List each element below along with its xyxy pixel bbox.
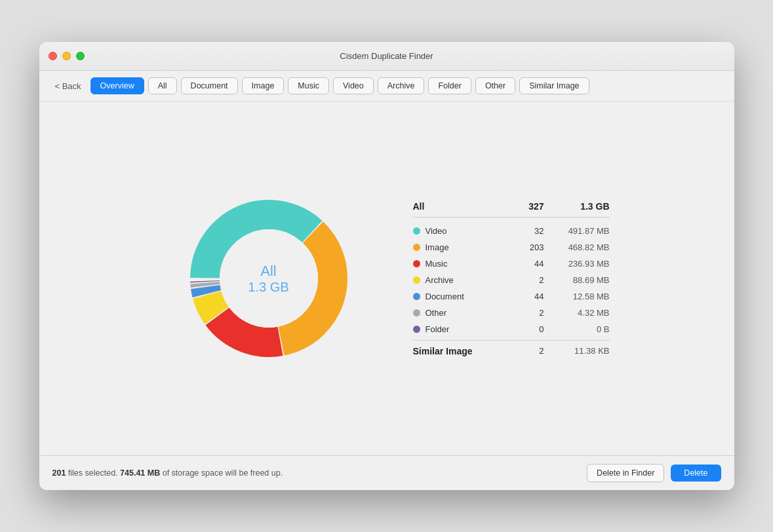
tab-all[interactable]: All	[148, 77, 177, 94]
folder-dot	[413, 326, 420, 333]
tab-document[interactable]: Document	[181, 77, 238, 94]
tab-music[interactable]: Music	[288, 77, 329, 94]
tab-image[interactable]: Image	[242, 77, 285, 94]
tab-other[interactable]: Other	[475, 77, 515, 94]
archive-dot	[413, 276, 420, 284]
video-dot	[413, 227, 420, 235]
legend-label-folder: Folder	[413, 324, 505, 334]
legend-row-archive: Archive 2 88.69 MB	[413, 272, 610, 288]
footer: 201 files selected. 745.41 MB of storage…	[39, 455, 734, 490]
legend-row-image: Image 203 468.82 MB	[413, 239, 610, 256]
chart-center-label: All 1.3 GB	[248, 263, 288, 295]
back-button[interactable]: < Back	[50, 79, 87, 94]
legend-label-other: Other	[413, 308, 505, 318]
legend-label-document: Document	[413, 292, 505, 301]
legend-header: All 327 1.3 GB	[413, 201, 610, 218]
other-dot	[413, 309, 420, 316]
files-count: 201	[52, 468, 66, 478]
tab-folder[interactable]: Folder	[428, 77, 471, 94]
legend-label-archive: Archive	[413, 275, 505, 285]
close-button[interactable]	[49, 52, 57, 60]
donut-chart: All 1.3 GB	[164, 174, 374, 383]
legend-label-image: Image	[413, 242, 505, 252]
titlebar: Cisdem Duplicate Finder	[39, 42, 734, 71]
files-label: files selected.	[68, 468, 118, 478]
tab-similar-image[interactable]: Similar Image	[519, 77, 589, 94]
window-title: Cisdem Duplicate Finder	[340, 51, 433, 61]
chart-center-title: All	[248, 263, 288, 280]
tab-video[interactable]: Video	[333, 77, 374, 94]
legend-row-folder: Folder 0 0 B	[413, 321, 610, 337]
image-dot	[413, 244, 420, 251]
main-content: All 1.3 GB All 327 1.3 GB Video 32 491.8…	[39, 102, 734, 455]
footer-actions: Delete in Finder Delete	[587, 464, 721, 482]
legend-label-video: Video	[413, 226, 505, 236]
maximize-button[interactable]	[76, 52, 85, 60]
legend-row-document: Document 44 12.58 MB	[413, 288, 610, 305]
app-window: Cisdem Duplicate Finder < Back Overview …	[39, 42, 734, 490]
storage-amount: 745.41 MB	[120, 468, 160, 478]
legend-row-other: Other 2 4.32 MB	[413, 305, 610, 321]
tab-archive[interactable]: Archive	[378, 77, 425, 94]
delete-button[interactable]: Delete	[671, 465, 721, 482]
storage-label: of storage space will be freed up.	[163, 468, 283, 478]
legend: All 327 1.3 GB Video 32 491.87 MB Image	[413, 201, 610, 356]
tab-overview[interactable]: Overview	[90, 77, 144, 94]
traffic-lights	[49, 52, 85, 60]
document-dot	[413, 293, 420, 300]
legend-all-label: All	[413, 201, 505, 212]
legend-all-size: 1.3 GB	[544, 201, 610, 212]
legend-all-count: 327	[505, 201, 544, 212]
footer-status: 201 files selected. 745.41 MB of storage…	[52, 468, 283, 478]
legend-label-music: Music	[413, 259, 505, 269]
minimize-button[interactable]	[62, 52, 71, 60]
legend-row-similar-image: Similar Image 2 11.38 KB	[413, 340, 610, 356]
toolbar: < Back Overview All Document Image Music…	[39, 71, 734, 102]
legend-row-music: Music 44 236.93 MB	[413, 256, 610, 272]
chart-center-size: 1.3 GB	[248, 280, 288, 295]
delete-in-finder-button[interactable]: Delete in Finder	[587, 464, 664, 482]
legend-row-video: Video 32 491.87 MB	[413, 223, 610, 239]
music-dot	[413, 260, 420, 267]
